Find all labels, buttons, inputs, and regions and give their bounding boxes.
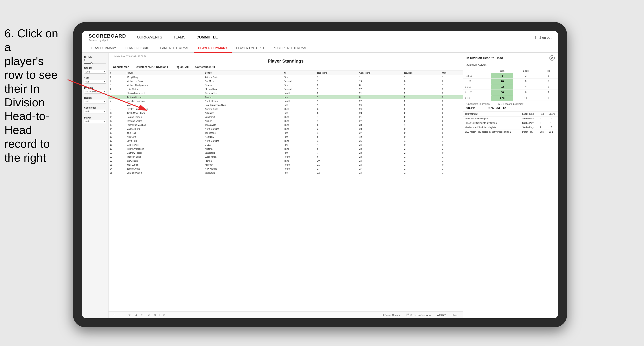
- subnav-player-summary[interactable]: PLAYER SUMMARY: [194, 44, 232, 53]
- h2h-tie: 1: [538, 95, 558, 101]
- cell-reg: 11: [316, 163, 358, 167]
- table-row[interactable]: 15 Jake Hall Tennessee Fifth 1 27 0 0: [108, 131, 463, 135]
- region-select[interactable]: N/A ▾: [84, 100, 106, 103]
- h2h-range: 26-50: [463, 84, 491, 90]
- table-row[interactable]: 25 Cole Sherwood Vanderbilt Fifth 12 23 …: [108, 171, 463, 175]
- table-row[interactable]: 5 Christo Lamprecht Georgia Tech Fourth …: [108, 91, 463, 95]
- cell-reg: 4: [316, 115, 358, 119]
- tour-name: Amer Am Intercollegiate: [463, 117, 520, 121]
- cell-yr: Fourth: [282, 155, 316, 159]
- table-row[interactable]: 7 Nicholas Gabrelcik North Florida Fourt…: [108, 99, 463, 103]
- redo-btn[interactable]: ↪: [118, 313, 123, 317]
- year-select[interactable]: (All) ▾: [84, 80, 106, 84]
- cell-num: 18: [108, 143, 125, 147]
- undo-btn[interactable]: ↩: [112, 313, 116, 317]
- clock-btn[interactable]: ⏱: [162, 313, 167, 317]
- cell-reg: 8: [316, 111, 358, 115]
- cell-yr: Second: [282, 87, 316, 91]
- col-no-rds: No. Rds.: [403, 71, 441, 75]
- tournament-row: Fallon Oak Collegiate Invitational Strok…: [463, 121, 558, 125]
- cell-player: Christo Lamprecht: [125, 91, 204, 95]
- cell-player: Maxwell Ford: [125, 127, 204, 131]
- table-row[interactable]: 20 Matthew Riedel Vanderbilt Fifth 7 23 …: [108, 151, 463, 155]
- cell-player: Tiger Christensen: [125, 147, 204, 151]
- table-row[interactable]: 16 Alex Goff Kentucky Fifth 8 19 0 0: [108, 135, 463, 139]
- cut-btn[interactable]: ✂: [140, 313, 144, 317]
- cell-conf: 0: [358, 95, 403, 99]
- table-row[interactable]: 8 Mats Ege East Tennessee State Fifth 1 …: [108, 103, 463, 107]
- gender-select[interactable]: Men ▾: [84, 70, 106, 74]
- tour-name: Mirabel Maui Jim Intercollegiate: [463, 125, 520, 130]
- cell-num: 12: [108, 119, 125, 123]
- tablet-screen: SCOREBOARD Powered by clippi TOURNAMENTS…: [82, 31, 558, 318]
- table-row[interactable]: 13 Phichakun Maichon Texas A&M Third 6 3…: [108, 123, 463, 127]
- table-row[interactable]: 1 Wenyi Ding Arizona State First 1 1 1 1: [108, 75, 463, 79]
- cell-reg: 2: [316, 83, 358, 87]
- subnav-player-h2h-heatmap[interactable]: PLAYER H2H HEATMAP: [268, 44, 312, 53]
- nav-committee[interactable]: COMMITTEE: [196, 34, 218, 40]
- table-row[interactable]: 17 David Ford North Carolina Third 1 21 …: [108, 139, 463, 143]
- player-filter: Player (All) ▾: [84, 117, 106, 123]
- table-row[interactable]: 24 Bastien Amat New Mexico Fourth 1 27 2…: [108, 167, 463, 171]
- cell-win: 0: [441, 79, 463, 83]
- cell-win: 1: [441, 171, 463, 175]
- cell-yr: Third: [282, 107, 316, 111]
- sign-out-link[interactable]: Sign out: [539, 36, 552, 39]
- remove-btn[interactable]: ⊘: [153, 313, 158, 317]
- table-row[interactable]: 12 Brendan Valdes Auburn Third 1 27 0 0: [108, 119, 463, 123]
- player-select[interactable]: (All) ▾: [84, 120, 106, 123]
- cell-reg: 1: [316, 139, 358, 143]
- subnav-player-h2h-grid[interactable]: PLAYER H2H GRID: [232, 44, 268, 53]
- nav-teams[interactable]: TEAMS: [173, 34, 185, 40]
- add-btn[interactable]: ⊕: [146, 313, 151, 317]
- h2h-col-tie: Tie: [538, 68, 558, 73]
- table-row[interactable]: 11 Gordon Sargent Vanderbilt Third 4 21 …: [108, 115, 463, 119]
- table-row[interactable]: 10 Jacob Mow-Okwee Arkansas Fifth 8 23 0…: [108, 111, 463, 115]
- cell-player: Matthew Riedel: [125, 151, 204, 155]
- close-button[interactable]: ✕: [550, 55, 555, 61]
- table-row[interactable]: 6 Jackson Koivun Auburn First 1 0 2 2: [108, 95, 463, 99]
- share-btn[interactable]: Share: [450, 313, 460, 317]
- table-row[interactable]: 2 Michael La Sasse Ole Miss Second 1 19 …: [108, 79, 463, 83]
- subnav-team-summary[interactable]: TEAM SUMMARY: [86, 44, 120, 53]
- cell-conf: 23: [358, 127, 403, 131]
- no-rds-slider[interactable]: [84, 63, 106, 64]
- h2h-loss: 6: [513, 90, 538, 95]
- table-row[interactable]: 23 Jack Lundin Missouri Fourth 11 24 1 0: [108, 163, 463, 167]
- cell-conf: 24: [358, 143, 403, 147]
- subnav-team-h2h-grid[interactable]: TEAM H2H GRID: [120, 44, 154, 53]
- cell-conf: 27: [358, 131, 403, 135]
- watch-btn[interactable]: Watch ▾: [436, 313, 447, 317]
- cell-reg: 8: [316, 135, 358, 139]
- table-row[interactable]: 19 Tiger Christensen Arizona Third 8 23 …: [108, 147, 463, 151]
- table-row[interactable]: 21 Taehoon Song Washington Fourth 6 23 1…: [108, 155, 463, 159]
- view-original-btn[interactable]: ⊞ View: Original: [381, 313, 402, 317]
- cell-num: 4: [108, 87, 125, 91]
- table-row[interactable]: 9 Preston Summerhays Arizona State Third…: [108, 107, 463, 111]
- table-row[interactable]: 4 Luke Claton Florida State Second 1 27 …: [108, 87, 463, 91]
- table-row[interactable]: 14 Maxwell Ford North Carolina Third 3 2…: [108, 127, 463, 131]
- conference-select[interactable]: (All) ▾: [84, 110, 106, 113]
- cell-player: Michael La Sasse: [125, 79, 204, 83]
- save-custom-btn[interactable]: 💾 Save Custom View: [405, 313, 432, 317]
- cell-conf: 23: [358, 147, 403, 151]
- table-row[interactable]: 18 Luke Powell UCLA First 4 24 0 0: [108, 143, 463, 147]
- cell-rds: 2: [403, 87, 441, 91]
- subnav-team-h2h-heatmap[interactable]: TEAM H2H HEATMAP: [154, 44, 194, 53]
- copy-btn[interactable]: ⊡: [134, 313, 138, 317]
- cell-reg: 1: [316, 119, 358, 123]
- table-row[interactable]: 22 Ian Gilligan Florida Third 10 24 1 1: [108, 159, 463, 163]
- cell-conf: 19: [358, 135, 403, 139]
- cell-player: Nicholas Gabrelcik: [125, 99, 204, 103]
- cell-win: 0: [441, 123, 463, 127]
- refresh-btn[interactable]: ⟳: [127, 313, 132, 317]
- division-select[interactable]: NCAA Division I ▾: [84, 90, 106, 94]
- cell-num: 19: [108, 147, 125, 151]
- cell-rds: 2: [403, 147, 441, 151]
- nav-tournaments[interactable]: TOURNAMENTS: [135, 34, 162, 40]
- cell-yr: Fifth: [282, 111, 316, 115]
- table-row[interactable]: 3 Michael Thorbjornsen Stanford First 2 …: [108, 83, 463, 87]
- cell-yr: Fifth: [282, 131, 316, 135]
- no-rds-filter: No Rds. 6: [84, 56, 106, 64]
- cell-rds: 2: [403, 107, 441, 111]
